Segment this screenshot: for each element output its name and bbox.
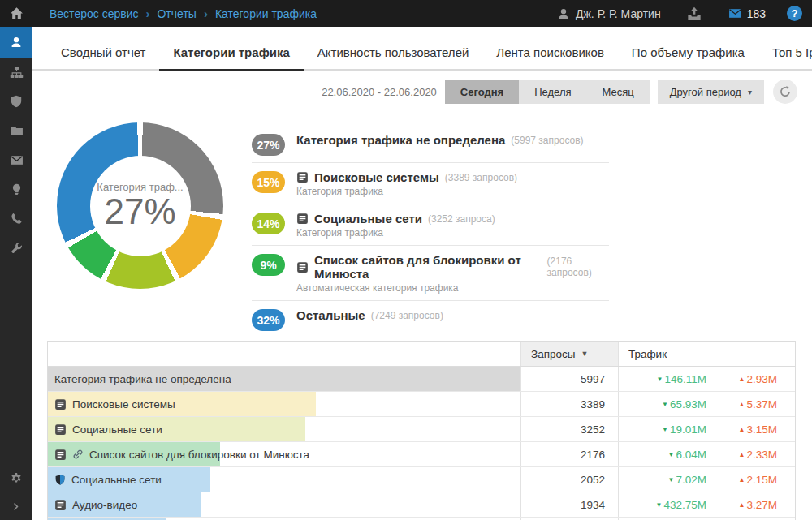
- help-button[interactable]: ?: [787, 6, 802, 21]
- legend-percent-badge: 15%: [252, 171, 285, 193]
- sidebar-item-mail[interactable]: [0, 145, 32, 174]
- user-icon: [557, 7, 570, 20]
- requests-header-label: Запросы: [531, 348, 575, 360]
- category-cell: Категория трафика не определена: [48, 367, 520, 391]
- page: Вестерос сервис › Отчеты › Категории тра…: [0, 0, 812, 520]
- legend-item: 32% Остальные (7249 запросов): [252, 301, 609, 337]
- requests-cell: 5997: [520, 367, 618, 391]
- table-row[interactable]: Поисковые системы 3389 65.93M 5.37M: [48, 392, 795, 417]
- table-row[interactable]: Социальные сети 2052 7.02M 2.15M: [48, 467, 795, 492]
- legend-subtitle: Категория трафика: [296, 186, 517, 197]
- tab-0[interactable]: Сводный отчет: [47, 45, 159, 69]
- sidebar-item-gear[interactable]: [0, 465, 32, 492]
- sidebar-bottom-items: [0, 465, 32, 520]
- sort-desc-icon: ▼: [581, 350, 588, 358]
- lightbulb-icon: [11, 183, 23, 196]
- chevron-down-icon: ▾: [748, 88, 752, 97]
- tab-2[interactable]: Активность пользователей: [304, 45, 483, 69]
- traffic-down-value: 146.11M: [619, 373, 706, 385]
- sidebar-item-phone[interactable]: [0, 204, 32, 233]
- period-button-0[interactable]: Сегодня: [445, 80, 519, 104]
- traffic-cell: 7.02M 2.15M: [618, 467, 795, 492]
- sidebar-item-wrench[interactable]: [0, 233, 32, 262]
- mail-count-badge: 183: [747, 7, 766, 20]
- topbar: Вестерос сервис › Отчеты › Категории тра…: [0, 0, 812, 27]
- legend-item: 9% Список сайтов для блокировки от Минюс…: [252, 246, 609, 301]
- period-button-1[interactable]: Неделя: [519, 80, 586, 104]
- legend-percent-badge: 32%: [252, 309, 285, 331]
- legend-label[interactable]: Поисковые системы: [314, 170, 439, 184]
- donut-chart[interactable]: Категория траф... 27%: [57, 122, 223, 289]
- date-range-label: 22.06.2020 - 22.06.2020: [322, 86, 437, 98]
- sidebar-item-sitemap[interactable]: [0, 58, 32, 87]
- traffic-up-value: 2.33M: [706, 449, 786, 461]
- traffic-down-value: 7.02M: [619, 474, 706, 486]
- list-icon: [54, 398, 67, 410]
- category-cell: Поисковые системы: [48, 392, 520, 416]
- traffic-header-label: Трафик: [628, 348, 667, 360]
- sidebar-main-items: [0, 27, 32, 262]
- legend-item: 27% Категория трафика не определена (599…: [252, 126, 609, 163]
- traffic-up-value: 3.27M: [706, 499, 786, 511]
- category-label: Социальные сети: [72, 423, 162, 436]
- tab-3[interactable]: Лента поисковиков: [482, 45, 618, 69]
- traffic-up-value: 2.93M: [706, 373, 786, 385]
- table-header-category: [48, 342, 520, 366]
- sidebar-item-shield[interactable]: [0, 87, 32, 116]
- list-icon: [296, 261, 309, 273]
- sidebar-item-lightbulb[interactable]: [0, 174, 32, 204]
- traffic-cell: 146.11M 2.93M: [618, 367, 795, 391]
- upload-icon[interactable]: [687, 6, 702, 21]
- table-row[interactable]: Социальные сети 3252 19.01M 3.15M: [48, 417, 795, 442]
- legend-item: 14% Социальные сети (3252 запроса) Катег…: [252, 204, 609, 246]
- tab-5[interactable]: Топ 5 Ip-a: [758, 45, 812, 69]
- shield-icon: [10, 95, 23, 108]
- legend-request-count: (2176 запросов): [547, 256, 609, 278]
- sidebar-item-folder[interactable]: [0, 116, 32, 145]
- breadcrumb-separator-icon: ›: [204, 6, 208, 20]
- breadcrumb-service[interactable]: Вестерос сервис: [50, 7, 138, 20]
- list-icon: [54, 449, 67, 461]
- user-menu[interactable]: Дж. Р. Р. Мартин: [557, 7, 661, 20]
- category-cell: Социальные сети: [48, 417, 520, 441]
- legend-subtitle: Категория трафика: [296, 227, 495, 239]
- tab-4[interactable]: По объему трафика: [618, 45, 758, 69]
- other-period-button[interactable]: Другой период ▾: [658, 80, 764, 104]
- legend-percent-badge: 27%: [252, 134, 285, 156]
- table-header-requests[interactable]: Запросы ▼: [520, 342, 618, 366]
- legend-label[interactable]: Категория трафика не определена: [296, 133, 505, 147]
- traffic-up-value: 2.15M: [706, 474, 786, 486]
- table-row[interactable]: Категория трафика не определена 5997 146…: [48, 367, 795, 392]
- category-label: Поисковые системы: [72, 398, 175, 410]
- breadcrumb-reports[interactable]: Отчеты: [157, 7, 196, 20]
- tab-1[interactable]: Категории трафика: [159, 45, 303, 69]
- user-icon: [10, 36, 23, 49]
- sidebar-item-chevron-right[interactable]: [0, 492, 32, 520]
- mail-button[interactable]: 183: [728, 6, 766, 20]
- breadcrumb-traffic-categories[interactable]: Категории трафика: [215, 7, 317, 20]
- table-header-row: Запросы ▼ Трафик: [48, 342, 795, 367]
- mail-icon: [10, 153, 24, 167]
- legend-label[interactable]: Социальные сети: [314, 212, 422, 226]
- home-icon[interactable]: [0, 6, 32, 20]
- category-label: Список сайтов для блокировки от Минюста: [89, 449, 309, 461]
- refresh-icon[interactable]: [773, 80, 797, 104]
- legend-label[interactable]: Список сайтов для блокировки от Минюста: [314, 253, 542, 281]
- period-button-2[interactable]: Месяц: [587, 80, 650, 104]
- legend-percent-badge: 9%: [252, 254, 285, 276]
- table-row[interactable]: Аудио-видео 1934 432.75M 3.27M: [48, 492, 795, 518]
- requests-cell: 3389: [520, 392, 618, 416]
- legend-subtitle: Автоматическая категория трафика: [296, 282, 609, 294]
- user-name: Дж. Р. Р. Мартин: [576, 7, 661, 20]
- requests-cell: 1934: [520, 492, 618, 517]
- categories-table: Запросы ▼ Трафик Категория трафика не оп…: [47, 341, 796, 520]
- requests-cell: 2176: [520, 442, 618, 466]
- table-row[interactable]: Список сайтов для блокировки от Минюста …: [48, 442, 795, 467]
- sidebar-item-user[interactable]: [0, 27, 32, 58]
- legend-label[interactable]: Остальные: [296, 308, 365, 322]
- list-icon: [54, 423, 67, 436]
- gear-icon: [10, 472, 23, 485]
- table-header-traffic[interactable]: Трафик: [618, 342, 795, 366]
- breadcrumb: Вестерос сервис › Отчеты › Категории тра…: [50, 6, 317, 20]
- traffic-up-value: 5.37M: [706, 398, 786, 410]
